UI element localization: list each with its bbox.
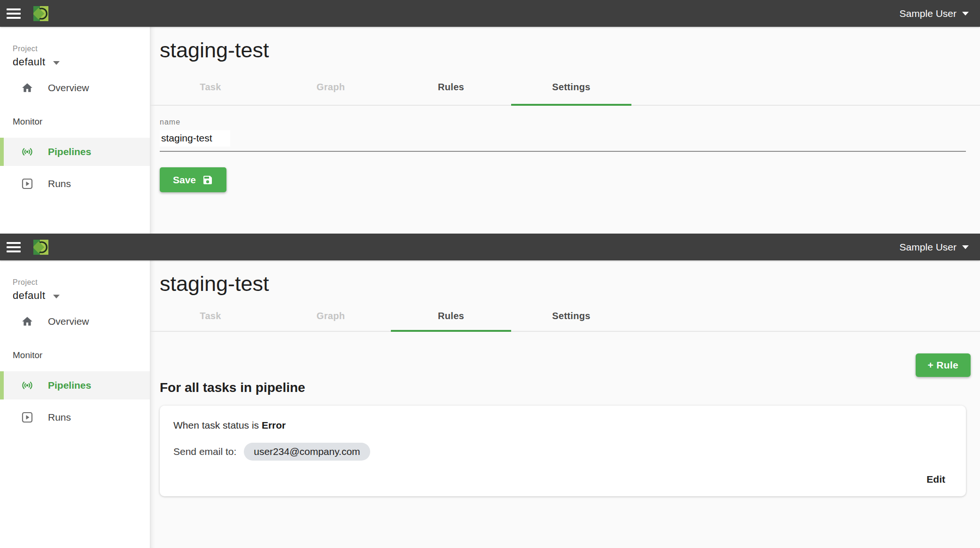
chevron-down-icon (962, 245, 969, 249)
user-menu-label: Sample User (900, 8, 957, 19)
tab-task: Task (150, 69, 271, 105)
pipelines-antenna-icon (21, 379, 33, 391)
tab-rules[interactable]: Rules (391, 69, 511, 105)
project-label: Project (13, 278, 150, 287)
sidebar-item-label: Pipelines (48, 146, 91, 157)
chevron-down-icon (962, 12, 969, 16)
save-button[interactable]: Save (160, 167, 226, 192)
sidebar-item-runs[interactable]: Runs (0, 403, 150, 431)
page-title: staging-test (160, 38, 966, 63)
runs-play-icon (21, 178, 33, 190)
app-bar: Sample User (0, 234, 980, 260)
save-button-label: Save (173, 174, 196, 186)
rule-condition-prefix: When task status is (173, 420, 259, 431)
user-menu[interactable]: Sample User (900, 8, 969, 19)
rules-section-heading: For all tasks in pipeline (160, 380, 966, 395)
pipelines-antenna-icon (21, 146, 33, 158)
rule-card: When task status is Error Send email to:… (160, 406, 966, 496)
user-menu[interactable]: Sample User (900, 242, 969, 253)
chevron-down-icon (53, 61, 60, 65)
rule-condition-value: Error (262, 420, 286, 431)
sidebar-item-runs[interactable]: Runs (0, 170, 150, 198)
application-window: Sample User Project default Overview Mon… (0, 0, 980, 548)
menu-icon[interactable] (7, 8, 21, 19)
sidebar-item-label: Runs (48, 178, 71, 189)
app-logo[interactable] (33, 240, 48, 255)
sidebar-section-monitor: Monitor (13, 117, 150, 127)
email-chip: user234@company.com (244, 443, 370, 461)
tab-bar: Task Graph Rules Settings (150, 69, 980, 106)
project-label: Project (13, 45, 150, 53)
body-row: Project default Overview Monitor (0, 260, 980, 548)
sidebar-item-label: Pipelines (48, 380, 91, 391)
sidebar-item-pipelines[interactable]: Pipelines (0, 371, 150, 399)
runs-play-icon (21, 411, 33, 423)
edit-rule-button[interactable]: Edit (920, 470, 952, 489)
sidebar-item-label: Overview (48, 82, 89, 94)
tab-graph: Graph (271, 301, 391, 331)
sidebar: Project default Overview Monitor (0, 260, 150, 548)
save-floppy-icon (202, 174, 213, 186)
sidebar-item-label: Runs (48, 412, 71, 423)
tabs: Task Graph Rules Settings (150, 301, 631, 331)
app-bar: Sample User (0, 0, 980, 27)
main-content: staging-test Task Graph Rules Settings +… (150, 260, 980, 548)
name-field-underline (160, 130, 966, 152)
screenshot-rules-view: Sample User Project default Overview Mon… (0, 234, 980, 548)
screenshot-settings-view: Sample User Project default Overview Mon… (0, 0, 980, 234)
tab-settings[interactable]: Settings (511, 301, 631, 331)
tab-bar: Task Graph Rules Settings (150, 301, 980, 332)
user-menu-label: Sample User (900, 242, 957, 253)
sidebar-section-monitor: Monitor (13, 350, 150, 360)
sidebar-item-pipelines[interactable]: Pipelines (0, 138, 150, 166)
app-logo[interactable] (33, 6, 48, 21)
sidebar-item-overview[interactable]: Overview (0, 310, 150, 333)
menu-icon[interactable] (7, 242, 21, 252)
tab-rules[interactable]: Rules (391, 301, 511, 331)
project-select[interactable]: default (13, 56, 83, 68)
sidebar-item-label: Overview (48, 316, 89, 327)
rule-action: Send email to: user234@company.com (173, 443, 952, 461)
add-rule-button[interactable]: + Rule (916, 353, 971, 377)
page-title: staging-test (160, 272, 966, 296)
name-input[interactable] (160, 130, 230, 147)
rule-condition: When task status is Error (173, 420, 952, 431)
rules-toolbar: + Rule (160, 353, 971, 377)
home-icon (21, 315, 33, 328)
tab-task: Task (150, 301, 271, 331)
body-row: Project default Overview Monitor (0, 27, 980, 234)
chevron-down-icon (53, 295, 60, 298)
settings-panel: name Save (160, 118, 966, 192)
tab-graph: Graph (271, 69, 391, 105)
tabs: Task Graph Rules Settings (150, 69, 631, 105)
project-select-value: default (13, 56, 46, 68)
sidebar-item-overview[interactable]: Overview (0, 77, 150, 99)
sidebar: Project default Overview Monitor (0, 27, 150, 234)
project-select-value: default (13, 290, 46, 302)
rule-action-label: Send email to: (173, 446, 236, 457)
tab-settings[interactable]: Settings (511, 69, 631, 105)
main-content: staging-test Task Graph Rules Settings n… (150, 27, 980, 234)
home-icon (21, 82, 33, 94)
project-select[interactable]: default (13, 290, 83, 302)
name-field-label: name (160, 118, 966, 126)
